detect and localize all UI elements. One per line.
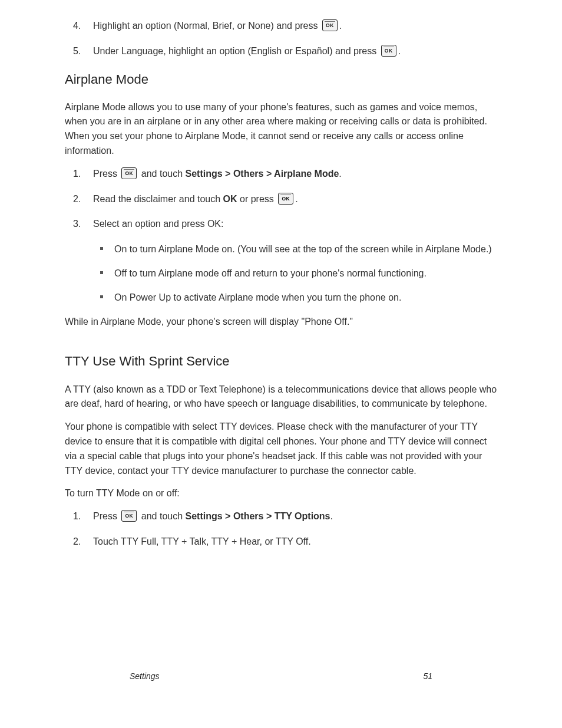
list-item: Off to turn Airplane mode off and return…	[65, 266, 497, 281]
list-item: 4. Highlight an option (Normal, Brief, o…	[65, 19, 497, 34]
text: and touch	[141, 511, 183, 521]
footer-section: Settings	[130, 670, 160, 683]
heading-tty: TTY Use With Sprint Service	[65, 351, 497, 371]
airplane-mode-steps: 1. Press and touch Settings > Others > A…	[65, 167, 497, 232]
menu-path: Settings > Others > Airplane Mode	[186, 169, 339, 179]
ok-label: OK	[223, 194, 237, 204]
text: Read the disclaimer and touch	[93, 194, 220, 204]
step-text: Highlight an option (Normal, Brief, or N…	[93, 21, 318, 31]
menu-ok-icon	[381, 45, 396, 57]
menu-ok-icon	[322, 19, 338, 31]
lead-sentence: To turn TTY Mode on or off:	[65, 486, 497, 501]
list-item: 3. Select an option and press OK:	[65, 217, 497, 232]
voice-guide-steps: 4. Highlight an option (Normal, Brief, o…	[65, 19, 497, 59]
menu-ok-icon	[121, 510, 137, 522]
list-item: 1. Press and touch Settings > Others > T…	[65, 509, 497, 524]
footer-page-number: 51	[423, 670, 432, 683]
step-number: 1.	[73, 509, 81, 524]
paragraph: Your phone is compatible with select TTY…	[65, 420, 497, 478]
text: Press	[93, 511, 117, 521]
list-item: On Power Up to activate Airplane mode wh…	[65, 291, 497, 305]
period: .	[398, 46, 401, 56]
step-number: 2.	[73, 535, 81, 549]
airplane-mode-options: On to turn Airplane Mode on. (You will s…	[65, 242, 497, 305]
step-number: 2.	[73, 192, 81, 207]
text: or press	[240, 194, 274, 204]
paragraph: Airplane Mode allows you to use many of …	[65, 100, 497, 159]
paragraph: A TTY (also known as a TDD or Text Telep…	[65, 383, 497, 412]
period: .	[339, 169, 341, 179]
list-item: 2. Read the disclaimer and touch OK or p…	[65, 192, 497, 207]
step-number: 5.	[73, 44, 81, 59]
list-item: 2. Touch TTY Full, TTY + Talk, TTY + Hea…	[65, 535, 497, 549]
step-number: 1.	[73, 167, 81, 182]
menu-path: Settings > Others > TTY Options	[186, 511, 330, 521]
heading-airplane-mode: Airplane Mode	[65, 70, 497, 90]
menu-ok-icon	[278, 193, 293, 205]
period: .	[295, 194, 297, 204]
tty-steps: 1. Press and touch Settings > Others > T…	[65, 509, 497, 549]
step-number: 3.	[73, 217, 81, 232]
text: Select an option and press OK:	[93, 219, 223, 229]
text: Press	[93, 169, 117, 179]
period: .	[330, 511, 333, 521]
period: .	[339, 21, 342, 31]
page-footer: Settings 51	[130, 670, 432, 683]
list-item: On to turn Airplane Mode on. (You will s…	[65, 242, 497, 257]
step-number: 4.	[73, 19, 81, 34]
menu-ok-icon	[121, 167, 137, 179]
text: and touch	[141, 169, 183, 179]
paragraph: While in Airplane Mode, your phone's scr…	[65, 315, 497, 330]
list-item: 5. Under Language, highlight an option (…	[65, 44, 497, 59]
step-text: Under Language, highlight an option (Eng…	[93, 46, 376, 56]
text: Touch TTY Full, TTY + Talk, TTY + Hear, …	[93, 536, 311, 546]
list-item: 1. Press and touch Settings > Others > A…	[65, 167, 497, 182]
